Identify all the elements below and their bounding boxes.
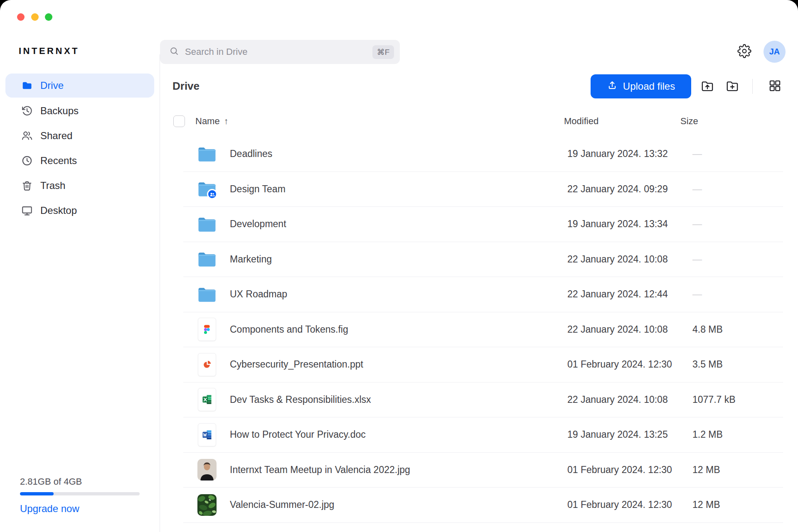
column-name-label: Name bbox=[195, 116, 220, 127]
table-row[interactable]: Design Team22 January 2024. 09:29— bbox=[183, 172, 783, 207]
grid-view-icon bbox=[768, 79, 782, 94]
file-name: Valencia-Summer-02.jpg bbox=[230, 499, 565, 510]
table-row[interactable]: Components and Tokens.fig22 January 2024… bbox=[183, 312, 783, 348]
close-window-button[interactable] bbox=[17, 13, 25, 21]
sidebar-item-label: Backups bbox=[40, 105, 79, 117]
storage-widget: 2.81GB of 4GB Upgrade now bbox=[20, 476, 140, 515]
file-name: Development bbox=[230, 218, 565, 230]
folder-icon bbox=[21, 79, 33, 92]
file-name: Dev Tasks & Responsibilities.xlsx bbox=[230, 394, 565, 405]
image-thumbnail bbox=[183, 493, 230, 517]
file-modified: 01 February 2024. 12:30 bbox=[565, 464, 682, 476]
file-size: 4.8 MB bbox=[682, 324, 783, 335]
table-row[interactable]: Internxt Team Meetup in Valencia 2022.jp… bbox=[183, 453, 783, 488]
sidebar-item-recents[interactable]: Recents bbox=[0, 148, 160, 173]
folder-icon bbox=[183, 212, 230, 236]
upload-files-label: Upload files bbox=[623, 81, 675, 92]
people-icon bbox=[21, 130, 33, 142]
file-name: Components and Tokens.fig bbox=[230, 324, 565, 335]
file-modified: 22 January 2024. 09:29 bbox=[565, 184, 682, 195]
file-name: UX Roadmap bbox=[230, 289, 565, 300]
file-modified: 01 February 2024. 12:30 bbox=[565, 499, 682, 510]
sidebar-item-desktop[interactable]: Desktop bbox=[0, 198, 160, 223]
table-row[interactable]: Cybersecurity_Presentation.ppt01 Februar… bbox=[183, 347, 783, 382]
table-row[interactable]: How to Protect Your Privacy.doc19 Januar… bbox=[183, 417, 783, 453]
upload-icon bbox=[607, 80, 618, 93]
trash-icon bbox=[21, 179, 33, 192]
file-modified: 22 January 2024. 10:08 bbox=[565, 394, 682, 405]
file-size: — bbox=[682, 289, 783, 300]
storage-progress-fill bbox=[20, 492, 54, 495]
file-list: Deadlines19 January 2024. 13:32—Design T… bbox=[183, 137, 783, 523]
grid-view-button[interactable] bbox=[766, 78, 783, 95]
upload-files-button[interactable]: Upload files bbox=[591, 74, 691, 98]
shared-badge-icon bbox=[207, 189, 217, 199]
app-window: INTERNXT ⌘F JA DriveBackupsSharedRecents… bbox=[0, 0, 798, 532]
sidebar-item-drive[interactable]: Drive bbox=[5, 74, 154, 98]
sidebar-item-label: Desktop bbox=[40, 205, 77, 216]
toolbar-divider bbox=[752, 79, 753, 94]
sidebar: DriveBackupsSharedRecentsTrashDesktop 2.… bbox=[0, 54, 160, 532]
sidebar-item-label: Trash bbox=[40, 180, 65, 191]
file-modified: 22 January 2024. 10:08 bbox=[565, 254, 682, 265]
column-header-name[interactable]: Name ↑ bbox=[195, 115, 228, 127]
excel-file-icon bbox=[183, 387, 230, 412]
image-thumbnail bbox=[183, 458, 230, 482]
new-folder-button[interactable] bbox=[724, 78, 741, 95]
minimize-window-button[interactable] bbox=[31, 13, 39, 21]
shared-folder-icon bbox=[183, 177, 230, 201]
file-name: Design Team bbox=[230, 184, 565, 195]
storage-usage-text: 2.81GB of 4GB bbox=[20, 476, 140, 487]
word-file-icon bbox=[183, 423, 230, 447]
file-size: 12 MB bbox=[682, 464, 783, 476]
folder-icon bbox=[183, 247, 230, 271]
column-header-modified[interactable]: Modified bbox=[564, 115, 598, 127]
select-all-checkbox[interactable] bbox=[173, 115, 185, 127]
file-size: 1077.7 kB bbox=[682, 394, 783, 405]
file-modified: 19 January 2024. 13:32 bbox=[565, 148, 682, 159]
column-header-size[interactable]: Size bbox=[680, 115, 698, 127]
file-size: 1.2 MB bbox=[682, 429, 783, 440]
folder-icon bbox=[183, 282, 230, 306]
file-name: Cybersecurity_Presentation.ppt bbox=[230, 359, 565, 370]
file-name: Deadlines bbox=[230, 148, 565, 159]
storage-progress-bar bbox=[20, 492, 140, 495]
sidebar-item-trash[interactable]: Trash bbox=[0, 173, 160, 198]
main-content: Drive Upload files Name bbox=[160, 54, 798, 532]
sidebar-item-shared[interactable]: Shared bbox=[0, 123, 160, 148]
folder-plus-icon bbox=[725, 79, 739, 94]
file-size: — bbox=[682, 218, 783, 230]
file-size: 3.5 MB bbox=[682, 359, 783, 370]
table-row[interactable]: Marketing22 January 2024. 10:08— bbox=[183, 242, 783, 277]
page-title: Drive bbox=[172, 80, 200, 93]
sort-ascending-icon: ↑ bbox=[224, 116, 229, 126]
folder-icon bbox=[183, 142, 230, 166]
table-header: Name ↑ Modified Size bbox=[160, 115, 798, 127]
folder-upload-icon bbox=[700, 79, 714, 94]
sidebar-item-label: Recents bbox=[40, 155, 77, 167]
table-row[interactable]: Development19 January 2024. 13:34— bbox=[183, 207, 783, 242]
file-size: — bbox=[682, 254, 783, 265]
powerpoint-file-icon bbox=[183, 353, 230, 377]
figma-file-icon bbox=[183, 317, 230, 341]
history-icon bbox=[21, 105, 33, 117]
table-row[interactable]: Deadlines19 January 2024. 13:32— bbox=[183, 137, 783, 172]
clock-icon bbox=[21, 154, 33, 167]
file-size: — bbox=[682, 148, 783, 159]
file-name: Internxt Team Meetup in Valencia 2022.jp… bbox=[230, 464, 565, 476]
file-modified: 22 January 2024. 12:44 bbox=[565, 289, 682, 300]
file-modified: 19 January 2024. 13:25 bbox=[565, 429, 682, 440]
sidebar-nav: DriveBackupsSharedRecentsTrashDesktop bbox=[0, 54, 160, 223]
upgrade-now-link[interactable]: Upgrade now bbox=[20, 503, 79, 515]
desktop-icon bbox=[21, 204, 33, 217]
zoom-window-button[interactable] bbox=[45, 13, 52, 21]
file-name: How to Protect Your Privacy.doc bbox=[230, 429, 565, 440]
file-name: Marketing bbox=[230, 254, 565, 265]
file-modified: 01 February 2024. 12:30 bbox=[565, 359, 682, 370]
sidebar-item-backups[interactable]: Backups bbox=[0, 98, 160, 123]
sidebar-item-label: Shared bbox=[40, 130, 72, 142]
upload-folder-button[interactable] bbox=[699, 78, 716, 95]
table-row[interactable]: UX Roadmap22 January 2024. 12:44— bbox=[183, 277, 783, 312]
table-row[interactable]: Valencia-Summer-02.jpg01 February 2024. … bbox=[183, 488, 783, 523]
table-row[interactable]: Dev Tasks & Responsibilities.xlsx22 Janu… bbox=[183, 382, 783, 418]
